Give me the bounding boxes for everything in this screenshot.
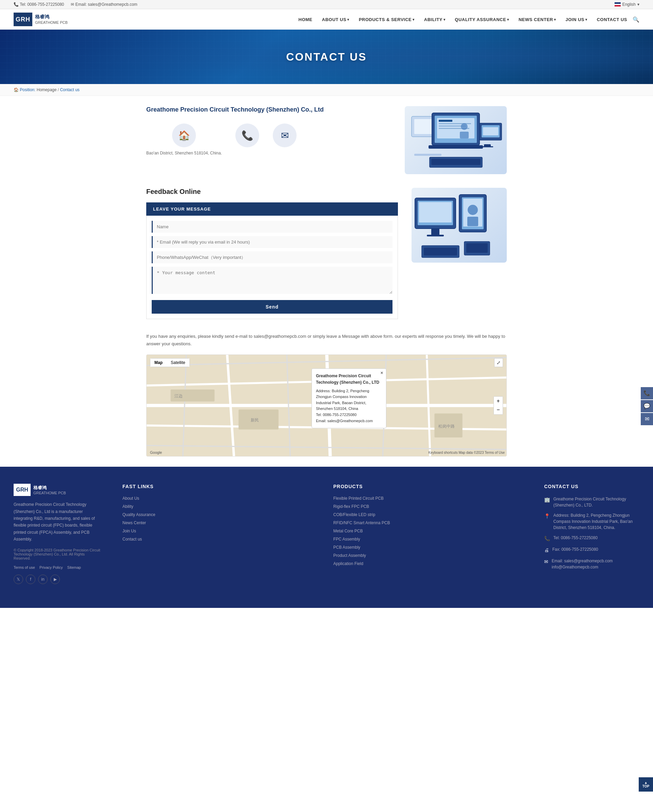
svg-rect-31 <box>424 248 457 255</box>
feedback-title: Feedback Online <box>146 188 398 195</box>
youtube-icon[interactable]: ▶ <box>50 575 60 584</box>
nav-home[interactable]: HOME <box>294 14 317 25</box>
footer-fast-links: FAST LINKS About Us Ability Quality Assu… <box>122 484 313 584</box>
terms-link[interactable]: Terms of use <box>14 565 35 569</box>
feedback-left: Feedback Online LEAVE YOUR MESSAGE Send <box>146 188 398 319</box>
float-phone-icon[interactable]: 📞 <box>641 387 653 399</box>
map-info-tel: Tel: 0086-755-27225080 <box>316 412 382 418</box>
float-sidebar: 📞 💬 ✉ <box>641 387 653 425</box>
breadcrumb-position: Position: <box>20 87 35 92</box>
product-application[interactable]: Application Field <box>333 561 524 566</box>
svg-point-28 <box>468 205 478 215</box>
form-header: LEAVE YOUR MESSAGE <box>146 202 398 216</box>
product-product-assembly[interactable]: Product Assembly <box>333 553 524 558</box>
product-fpc[interactable]: Flexible Printed Circuit PCB <box>333 496 524 501</box>
map-info-box: ✕ Greathome Precision Circuit Technology… <box>311 368 386 428</box>
search-button[interactable]: 🔍 <box>633 16 639 23</box>
zoom-in-button[interactable]: + <box>494 397 503 406</box>
map-info-close[interactable]: ✕ <box>380 370 383 376</box>
footer-logo-icon: GRH <box>14 484 31 496</box>
mail-icon: ✉ <box>544 558 548 570</box>
header: GRH 格睿鸿 GREATHOME PCB HOME ABOUT US▾ PRO… <box>0 9 653 30</box>
breadcrumb: 🏠 Position: Homepage / Contact us <box>0 84 653 96</box>
contact-email2: info@Greathomepcb.com <box>552 564 613 570</box>
map-container: 新民 松岗 松岗中路 江边 Map Satellite ✕ Greathome … <box>146 354 507 456</box>
fast-link-about[interactable]: About Us <box>122 496 313 501</box>
products-title: PRODUCTS <box>333 484 524 489</box>
product-metal[interactable]: Metal Core PCB <box>333 529 524 533</box>
map-fullscreen-button[interactable]: ⤢ <box>494 358 503 367</box>
fast-links-list: About Us Ability Quality Assurance News … <box>122 496 313 542</box>
email-input[interactable] <box>152 236 392 248</box>
fast-link-contact[interactable]: Contact us <box>122 537 313 542</box>
zoom-out-button[interactable]: − <box>494 406 503 414</box>
logo-icon: GRH <box>14 12 32 26</box>
sitemap-link[interactable]: Sitemap <box>67 565 81 569</box>
product-rigid-flex[interactable]: Rigid-flex FPC PCB <box>333 504 524 509</box>
nav-quality[interactable]: QUALITY ASSURANCE▾ <box>451 14 513 25</box>
map-tab-map[interactable]: Map <box>150 359 167 367</box>
footer-contact: CONTACT US 🏢 Greathome Precision Circuit… <box>544 484 639 584</box>
svg-rect-19 <box>431 159 481 165</box>
email-icon-top: ✉ <box>71 2 74 7</box>
svg-rect-22 <box>419 202 452 223</box>
footer-logo-name: 格睿鸿 GREATHOME PCB <box>34 485 66 495</box>
map-info-title: Greathome Precision Circuit Technology (… <box>316 373 382 386</box>
svg-rect-10 <box>429 145 483 149</box>
message-input[interactable] <box>152 267 392 294</box>
float-wechat-icon[interactable]: 💬 <box>641 400 653 412</box>
company-info: Greathome Precision Circuit Technology (… <box>146 106 405 162</box>
map-footer: Keyboard shortcuts Map data ©2023 Terms … <box>428 451 505 455</box>
address-icon: 🏠 <box>172 124 196 147</box>
footer-description: Greathome Precision Circuit Technology (… <box>14 501 102 543</box>
language-arrow: ▾ <box>637 2 639 7</box>
footer-links: Terms of use Privacy Policy Sitemap <box>14 565 102 569</box>
product-rfid[interactable]: RFID/NFC Smart Antenna PCB <box>333 520 524 525</box>
nav-ability[interactable]: ABILITY▾ <box>420 14 450 25</box>
footer: GRH 格睿鸿 GREATHOME PCB Greathome Precisio… <box>0 467 653 607</box>
address-label: Bao'an District, Shenzhen 518104, China. <box>146 151 222 156</box>
contact-email-detail: ✉ Email: sales@greathomepcb.com info@Gre… <box>544 558 639 570</box>
nav-joinus[interactable]: JOIN US▾ <box>561 14 592 25</box>
product-fpc-assembly[interactable]: FPC Assembly <box>333 537 524 542</box>
feedback-section: Feedback Online LEAVE YOUR MESSAGE Send <box>146 188 507 319</box>
nav-contact[interactable]: CONTACT US <box>593 14 631 25</box>
products-list: Flexible Printed Circuit PCB Rigid-flex … <box>333 496 524 566</box>
phone-input[interactable] <box>152 251 392 263</box>
privacy-link[interactable]: Privacy Policy <box>40 565 63 569</box>
twitter-icon[interactable]: 𝕏 <box>14 575 23 584</box>
map-tab-satellite[interactable]: Satellite <box>167 359 189 367</box>
breadcrumb-home-link[interactable]: Homepage <box>37 87 57 92</box>
svg-rect-2 <box>414 154 441 156</box>
nav-about[interactable]: ABOUT US▾ <box>318 14 353 25</box>
google-logo: Google <box>150 450 162 455</box>
product-pcb-assembly[interactable]: PCB Assembly <box>333 545 524 550</box>
location-icon: 📍 <box>544 513 550 531</box>
footer-products: PRODUCTS Flexible Printed Circuit PCB Ri… <box>333 484 524 584</box>
product-cob[interactable]: COB/Flexible LED strip <box>333 512 524 517</box>
send-button[interactable]: Send <box>152 300 392 314</box>
language-selector[interactable]: English ▾ <box>615 2 639 7</box>
float-email-icon[interactable]: ✉ <box>641 413 653 425</box>
svg-rect-12 <box>460 132 469 139</box>
logo[interactable]: GRH 格睿鸿 GREATHOME PCB <box>14 12 68 26</box>
feedback-illustration <box>412 188 507 263</box>
fast-link-ability[interactable]: Ability <box>122 504 313 509</box>
email-label: Email: sales@Greathomepcb.com <box>75 2 137 7</box>
fast-link-news[interactable]: News Center <box>122 520 313 525</box>
name-input[interactable] <box>152 221 392 233</box>
info-text: If you have any enquiries, please kindly… <box>146 333 507 348</box>
contact-email1: Email: sales@greathomepcb.com <box>552 558 613 564</box>
nav-products[interactable]: PRODUCTS & SERVICE▾ <box>355 14 419 25</box>
footer-copyright: © Copyright 2018-2023 Greathome Precisio… <box>14 548 102 560</box>
map-info-email: Email: sales@Greathomepcb.com <box>316 418 382 424</box>
footer-top: GRH 格睿鸿 GREATHOME PCB Greathome Precisio… <box>14 484 639 584</box>
tel-icon: 📞 <box>544 535 550 542</box>
fast-link-quality[interactable]: Quality Assurance <box>122 512 313 517</box>
facebook-icon[interactable]: f <box>26 575 35 584</box>
fast-link-joinus[interactable]: Join Us <box>122 529 313 533</box>
phone-icon: 📞 <box>14 2 19 7</box>
nav-news[interactable]: NEWS CENTER▾ <box>514 14 560 25</box>
linkedin-icon[interactable]: in <box>38 575 47 584</box>
feedback-svg <box>412 188 507 263</box>
